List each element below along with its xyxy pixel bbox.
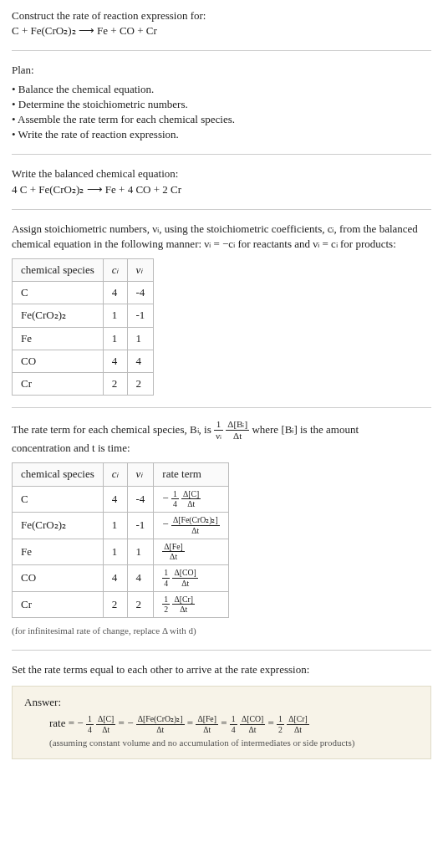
fraction-denominator: νᵢ <box>214 431 223 441</box>
col-header-rate-term: rate term <box>154 463 228 486</box>
table-row: Cr 2 2 <box>13 373 154 396</box>
rate-text-pre: The rate term for each chemical species,… <box>12 423 214 436</box>
cell-rate-term: − 1 4 Δ[C] Δt <box>154 486 228 513</box>
fraction-denominator: Δt <box>136 725 185 734</box>
fraction-dBi-dt: Δ[Bᵢ] Δt <box>226 420 249 441</box>
fraction-numerator: Δ[C] <box>181 490 201 500</box>
fraction-denominator: 4 <box>230 725 237 734</box>
fraction-denominator: Δt <box>172 605 195 614</box>
fraction-numerator: 1 <box>162 595 170 605</box>
cell-ci: 4 <box>103 565 127 592</box>
rate-text-line2: concentration and t is time: <box>12 441 431 456</box>
plan-item: Write the rate of reaction expression. <box>12 127 431 142</box>
fraction-coeff: 1 4 <box>230 715 237 734</box>
fraction-conc: Δ[Fe(CrO₂)₂] Δt <box>171 516 220 535</box>
balanced-heading: Write the balanced chemical equation: <box>12 166 431 181</box>
plan-item: Assemble the rate term for each chemical… <box>12 112 431 127</box>
fraction-conc: Δ[C] Δt <box>96 715 115 734</box>
rate-text-post: where [Bᵢ] is the amount <box>252 423 359 436</box>
fraction-denominator: Δt <box>171 526 220 535</box>
table-row: Fe 1 1 <box>13 327 154 350</box>
fraction-numerator: Δ[Fe(CrO₂)₂] <box>136 715 185 725</box>
fraction-numerator: 1 <box>277 715 284 725</box>
plan-item: Balance the chemical equation. <box>12 82 431 97</box>
cell-species: C <box>13 282 104 304</box>
table-row: C 4 -4 <box>13 282 154 304</box>
fraction-denominator: Δt <box>96 725 115 734</box>
col-header-vi: νᵢ <box>127 259 154 282</box>
rate-term-table: chemical species cᵢ νᵢ rate term C 4 -4 … <box>12 462 229 618</box>
cell-species: Cr <box>13 373 104 396</box>
fraction-numerator: Δ[C] <box>96 715 115 725</box>
cell-vi: 4 <box>127 350 154 372</box>
cell-species: Fe(CrO₂)₂ <box>13 513 104 539</box>
neg-sign: − <box>162 492 171 504</box>
fraction-numerator: 1 <box>171 490 179 500</box>
col-header-ci: cᵢ <box>103 259 127 282</box>
cell-species: CO <box>13 565 104 592</box>
fraction-numerator: 1 <box>162 569 170 579</box>
plan-heading: Plan: <box>12 63 431 78</box>
ans-lead: rate = − <box>49 717 86 729</box>
fraction-conc: Δ[CO] Δt <box>172 569 197 588</box>
table-row: Fe(CrO₂)₂ 1 -1 <box>13 304 154 327</box>
fraction-numerator: Δ[CO] <box>172 569 197 579</box>
fraction-denominator: 2 <box>277 725 284 734</box>
divider <box>12 50 431 51</box>
fraction-denominator: Δt <box>172 579 197 588</box>
infinitesimal-note: (for infinitesimal rate of change, repla… <box>12 625 431 637</box>
fraction-conc: Δ[C] Δt <box>181 490 201 509</box>
fraction-numerator: 1 <box>86 715 94 725</box>
fraction-denominator: 4 <box>86 725 94 734</box>
fraction-coeff: 1 2 <box>277 715 284 734</box>
fraction-numerator: Δ[CO] <box>240 715 265 725</box>
cell-vi: 1 <box>127 539 154 565</box>
fraction-denominator: 4 <box>162 579 170 588</box>
cell-vi: 1 <box>127 327 154 350</box>
fraction-denominator: Δt <box>287 725 309 734</box>
fraction-denominator: Δt <box>226 431 249 441</box>
fraction-numerator: Δ[Fe(CrO₂)₂] <box>171 516 220 526</box>
cell-vi: -1 <box>127 304 154 327</box>
fraction-denominator: 4 <box>171 499 179 508</box>
fraction-conc: Δ[CO] Δt <box>240 715 265 734</box>
cell-ci: 1 <box>103 513 127 539</box>
cell-vi: 4 <box>127 565 154 592</box>
fraction-numerator: Δ[Fe] <box>162 543 185 553</box>
cell-ci: 2 <box>103 591 127 618</box>
prompt-equation: C + Fe(CrO₂)₂ ⟶ Fe + CO + Cr <box>12 23 431 38</box>
fraction-coeff: 1 2 <box>162 595 170 615</box>
cell-species: Cr <box>13 591 104 618</box>
table-row: Fe(CrO₂)₂ 1 -1 − Δ[Fe(CrO₂)₂] Δt <box>13 513 229 539</box>
divider <box>12 154 431 155</box>
cell-vi: -1 <box>127 513 154 539</box>
answer-expression: rate = − 1 4 Δ[C] Δt = − Δ[Fe(CrO₂)₂] Δt… <box>24 715 419 734</box>
table-row: Cr 2 2 1 2 Δ[Cr] Δt <box>13 591 229 618</box>
fraction-coeff: 1 4 <box>171 490 179 509</box>
cell-vi: -4 <box>127 282 154 304</box>
cell-ci: 1 <box>103 539 127 565</box>
table-row: C 4 -4 − 1 4 Δ[C] Δt <box>13 486 229 513</box>
cell-vi: -4 <box>127 486 154 513</box>
table-row: CO 4 4 1 4 Δ[CO] Δt <box>13 565 229 592</box>
fraction-1-over-vi: 1 νᵢ <box>214 420 223 441</box>
fraction-numerator: 1 <box>214 420 223 431</box>
neg-sign: − <box>162 518 171 530</box>
fraction-numerator: Δ[Bᵢ] <box>226 420 249 431</box>
rate-term-text: The rate term for each chemical species,… <box>12 420 431 441</box>
cell-rate-term: 1 4 Δ[CO] Δt <box>154 565 228 592</box>
divider <box>12 650 431 651</box>
answer-note: (assuming constant volume and no accumul… <box>24 737 419 749</box>
divider <box>12 209 431 210</box>
cell-species: Fe(CrO₂)₂ <box>13 304 104 327</box>
cell-ci: 1 <box>103 304 127 327</box>
stoich-table: chemical species cᵢ νᵢ C 4 -4 Fe(CrO₂)₂ … <box>12 258 154 396</box>
cell-species: C <box>13 486 104 513</box>
cell-species: CO <box>13 350 104 372</box>
col-header-ci: cᵢ <box>103 463 127 486</box>
col-header-species: chemical species <box>13 463 104 486</box>
balanced-equation: 4 C + Fe(CrO₂)₂ ⟶ Fe + 4 CO + 2 Cr <box>12 182 431 197</box>
fraction-conc: Δ[Cr] Δt <box>172 595 195 615</box>
fraction-coeff: 1 4 <box>162 569 170 588</box>
fraction-denominator: Δt <box>240 725 265 734</box>
